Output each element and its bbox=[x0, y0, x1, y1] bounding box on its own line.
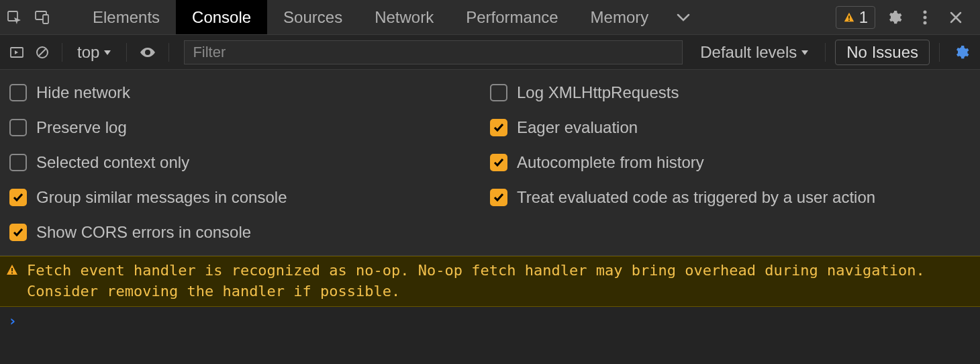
checkbox-cors-errors[interactable]: Show CORS errors in console bbox=[9, 223, 490, 242]
dropdown-icon bbox=[103, 49, 111, 56]
divider bbox=[168, 43, 169, 62]
checkbox-label: Preserve log bbox=[36, 118, 127, 137]
checkbox-autocomplete-history[interactable]: Autocomplete from history bbox=[490, 153, 971, 172]
checkbox-label: Autocomplete from history bbox=[517, 153, 704, 172]
divider bbox=[126, 43, 127, 62]
settings-left-column: Hide network Preserve log Selected conte… bbox=[9, 83, 490, 242]
settings-right-column: Log XMLHttpRequests Eager evaluation Aut… bbox=[490, 83, 971, 242]
checkbox-label: Treat evaluated code as triggered by a u… bbox=[517, 188, 875, 207]
context-selector[interactable]: top bbox=[72, 43, 117, 62]
checkbox-user-action[interactable]: Treat evaluated code as triggered by a u… bbox=[490, 188, 971, 207]
svg-point-7 bbox=[924, 21, 927, 24]
checkbox-hide-network[interactable]: Hide network bbox=[9, 83, 490, 102]
inspect-element-icon[interactable] bbox=[0, 0, 28, 34]
checkbox-label: Log XMLHttpRequests bbox=[517, 83, 679, 102]
svg-rect-10 bbox=[11, 268, 13, 271]
issues-label: No Issues bbox=[846, 43, 918, 61]
levels-label: Default levels bbox=[700, 43, 797, 62]
warning-icon bbox=[5, 263, 19, 302]
settings-gear-icon[interactable] bbox=[882, 5, 906, 30]
checkbox-log-xhr[interactable]: Log XMLHttpRequests bbox=[490, 83, 971, 102]
issues-button[interactable]: No Issues bbox=[835, 40, 930, 65]
console-prompt[interactable]: › bbox=[0, 307, 980, 334]
warnings-badge[interactable]: 1 bbox=[836, 6, 875, 29]
checkbox-label: Hide network bbox=[36, 83, 130, 102]
device-toolbar-icon[interactable] bbox=[28, 0, 56, 34]
svg-rect-2 bbox=[43, 15, 48, 24]
live-expression-icon[interactable] bbox=[136, 40, 159, 64]
warning-text: Fetch event handler is recognized as no-… bbox=[27, 261, 973, 302]
toggle-sidebar-icon[interactable] bbox=[7, 40, 27, 64]
checkbox-label: Show CORS errors in console bbox=[36, 223, 251, 242]
tab-label: Performance bbox=[466, 8, 558, 27]
context-label: top bbox=[77, 43, 99, 62]
tab-elements[interactable]: Elements bbox=[77, 0, 176, 34]
checkbox-preserve-log[interactable]: Preserve log bbox=[9, 118, 490, 137]
tab-label: Sources bbox=[283, 8, 342, 27]
devtools-tabbar: Elements Console Sources Network Perform… bbox=[0, 0, 980, 35]
checkbox-group-similar[interactable]: Group similar messages in console bbox=[9, 188, 490, 207]
svg-point-6 bbox=[924, 15, 927, 19]
svg-rect-3 bbox=[848, 15, 850, 19]
console-toolbar: top Default levels No Issues bbox=[0, 35, 980, 70]
svg-rect-11 bbox=[11, 273, 13, 274]
tab-label: Elements bbox=[93, 8, 160, 27]
tab-label: Memory bbox=[591, 8, 649, 27]
divider bbox=[62, 43, 62, 62]
checkbox-label: Group similar messages in console bbox=[36, 188, 287, 207]
dropdown-icon bbox=[801, 49, 809, 56]
tab-memory[interactable]: Memory bbox=[575, 0, 665, 34]
checkbox-label: Selected context only bbox=[36, 153, 189, 172]
svg-point-5 bbox=[924, 10, 927, 13]
prompt-chevron-icon: › bbox=[8, 312, 17, 329]
tab-network[interactable]: Network bbox=[358, 0, 450, 34]
warning-count: 1 bbox=[859, 8, 868, 27]
tab-sources[interactable]: Sources bbox=[267, 0, 358, 34]
checkbox-eager-eval[interactable]: Eager evaluation bbox=[490, 118, 971, 137]
checkbox-label: Eager evaluation bbox=[517, 118, 638, 137]
divider bbox=[825, 43, 826, 62]
clear-console-icon[interactable] bbox=[32, 40, 52, 64]
log-levels-selector[interactable]: Default levels bbox=[693, 43, 816, 62]
console-settings-gear-icon[interactable] bbox=[949, 40, 973, 64]
more-tabs-icon[interactable] bbox=[665, 0, 702, 34]
console-warning-message[interactable]: Fetch event handler is recognized as no-… bbox=[0, 256, 980, 307]
warning-icon bbox=[843, 11, 855, 24]
kebab-menu-icon[interactable] bbox=[913, 5, 937, 30]
tab-console[interactable]: Console bbox=[176, 0, 267, 34]
tab-label: Console bbox=[192, 8, 251, 27]
svg-rect-4 bbox=[848, 19, 850, 21]
console-settings-panel: Hide network Preserve log Selected conte… bbox=[0, 70, 980, 256]
close-icon[interactable] bbox=[944, 5, 968, 30]
checkbox-selected-context[interactable]: Selected context only bbox=[9, 153, 490, 172]
tab-list: Elements Console Sources Network Perform… bbox=[77, 0, 702, 34]
tab-performance[interactable]: Performance bbox=[450, 0, 574, 34]
tab-label: Network bbox=[375, 8, 434, 27]
filter-input[interactable] bbox=[184, 40, 683, 64]
divider bbox=[939, 43, 940, 62]
